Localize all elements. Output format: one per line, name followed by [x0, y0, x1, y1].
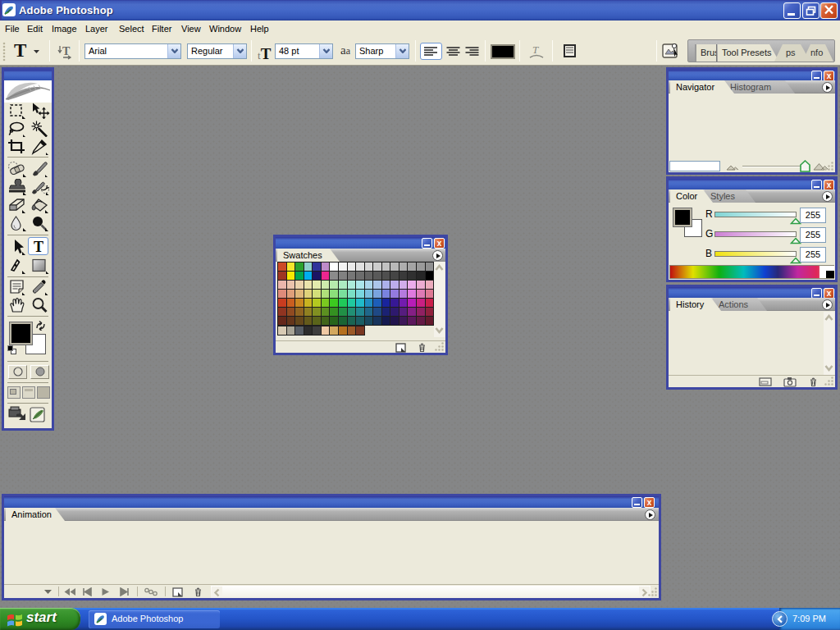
svg-text:T: T [532, 43, 539, 56]
svg-text:T: T [62, 45, 71, 57]
